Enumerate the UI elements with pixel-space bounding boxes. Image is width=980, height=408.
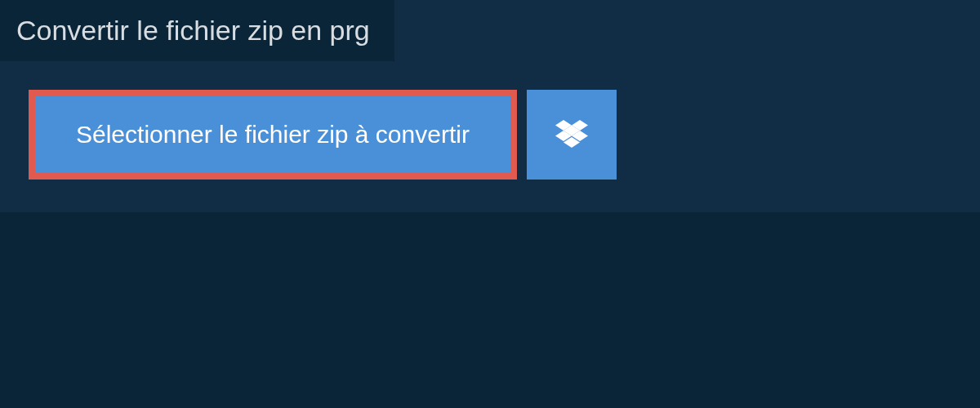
select-file-button[interactable]: Sélectionner le fichier zip à convertir <box>29 90 517 180</box>
select-file-label: Sélectionner le fichier zip à convertir <box>76 121 470 149</box>
title-bar: Convertir le fichier zip en prg <box>0 0 394 61</box>
converter-panel: Convertir le fichier zip en prg Sélectio… <box>0 0 980 212</box>
page-title: Convertir le fichier zip en prg <box>16 15 370 47</box>
dropbox-icon <box>555 120 588 149</box>
button-row: Sélectionner le fichier zip à convertir <box>0 61 980 180</box>
dropbox-button[interactable] <box>527 90 617 180</box>
